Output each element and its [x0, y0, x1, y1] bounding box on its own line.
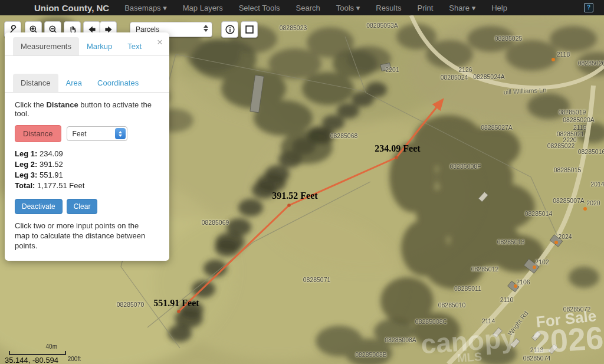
top-navbar: Union County, NC Basemaps ▾Map LayersSel… [0, 0, 604, 15]
parcel-label: 08285008C [415, 318, 447, 325]
info-icon [225, 24, 235, 35]
select-stepper-icon [115, 128, 126, 139]
total-result: Total: 1,177.51 Feet [15, 181, 159, 190]
parcel-label: 08285026 [578, 60, 604, 67]
scale-line [9, 351, 66, 355]
measure-subtab[interactable]: Area [58, 74, 90, 92]
unit-select-value: Feet [73, 130, 87, 138]
cursor-coordinates: 35.144, -80.594 [5, 356, 58, 364]
parcel-label: 08285007A [553, 197, 585, 204]
parcel-label: 08285019 [559, 109, 586, 116]
parcel-label: 08285020A [563, 116, 595, 123]
watermark-text: MLS [457, 350, 482, 364]
watermark-text: 2026 [531, 319, 604, 360]
parcel-label: 08285023 [280, 24, 307, 31]
parcel-label: 2201 [385, 66, 399, 73]
distance-label: 551.91 Feet [153, 298, 199, 309]
tool-instruction: Click the Distance button to activate th… [5, 93, 169, 120]
panel-footer-note: Click two or more input points on the ma… [5, 217, 159, 252]
panel-tab[interactable]: Text [120, 37, 149, 55]
leg-result: Leg 3: 551.91 [15, 170, 159, 179]
parcel-label: 08285069 [202, 219, 229, 226]
parcel-label: 08285071 [303, 276, 331, 283]
parcel-label: 08285008F [449, 163, 481, 170]
select-stepper-icon [203, 25, 208, 32]
parcel-label: 08285025 [495, 35, 523, 42]
measure-subtab[interactable]: Distance [13, 74, 58, 92]
measurement-results: Leg 1: 234.09Leg 2: 391.52Leg 3: 551.91 … [5, 145, 169, 193]
nav-menu-item[interactable]: Results [376, 4, 401, 12]
parcel-label: 08285016 [578, 148, 604, 155]
distance-button[interactable]: Distance [15, 125, 61, 142]
help-icon[interactable]: ? [584, 3, 593, 12]
parcel-label: 08285010 [438, 301, 466, 309]
parcel-label: 2014 [590, 181, 604, 188]
nav-menu-item[interactable]: Basemaps ▾ [124, 4, 167, 12]
parcel-label: 08285012 [471, 265, 499, 273]
parcel-label: 08285013 [497, 238, 525, 245]
parcel-label: 08285008B [355, 351, 387, 358]
measure-subtab[interactable]: Coordinates [90, 74, 146, 92]
nav-menu-item[interactable]: Print [418, 4, 434, 12]
parcel-label: 08285015 [554, 166, 582, 173]
parcel-label: 08285068 [330, 132, 358, 139]
unit-select[interactable]: Feet [67, 126, 127, 141]
parcel-label: 08285014 [525, 210, 553, 217]
info-button[interactable] [221, 21, 238, 38]
parcel-label: 08285070 [117, 301, 145, 308]
parcel-label: 08285053A [366, 22, 398, 29]
leg-result: Leg 1: 234.09 [15, 149, 159, 158]
nav-menu-item[interactable]: Help [491, 4, 507, 12]
scale-imperial-label: 200ft [68, 356, 81, 362]
app-title: Union County, NC [34, 3, 109, 13]
identify-button[interactable] [241, 21, 258, 38]
parcel-label: 2102 [535, 258, 549, 265]
scale-metric-label: 40m [46, 343, 57, 350]
parcel-label: 08285011 [454, 285, 481, 292]
clear-button[interactable]: Clear [67, 199, 98, 214]
deactivate-button[interactable]: Deactivate [15, 199, 63, 214]
leg-result: Leg 2: 391.52 [15, 160, 159, 169]
parcel-label: 2020 [586, 199, 600, 206]
nav-menu-item[interactable]: Map Layers [183, 4, 223, 12]
close-icon[interactable]: × [157, 37, 163, 47]
parcel-label: 2024 [558, 233, 572, 240]
parcel-label: 2126 [458, 66, 472, 73]
parcel-label: 08285022 [547, 142, 575, 149]
parcel-label: 2106 [516, 278, 530, 286]
distance-label: 391.52 Feet [272, 191, 317, 201]
nav-menu-item[interactable]: Share ▾ [449, 4, 475, 12]
parcel-label: 08285024A [473, 73, 505, 80]
parcel-label: 2110 [500, 296, 514, 303]
panel-tab[interactable]: Measurements [13, 37, 79, 55]
nav-menu-item[interactable]: Search [296, 4, 320, 12]
nav-menu-item[interactable]: Select Tools [239, 4, 280, 12]
nav-menu-item[interactable]: Tools ▾ [336, 4, 360, 12]
parcel-label: 08285008A [385, 336, 416, 343]
measurements-panel: × MeasurementsMarkupText DistanceAreaCoo… [5, 32, 169, 261]
parcel-label: 2118 [557, 51, 570, 58]
distance-label: 234.09 Feet [375, 143, 420, 154]
parcel-label: 08285024 [441, 74, 468, 81]
rectangle-select-icon [244, 24, 255, 35]
parcel-label: 08285027A [481, 124, 513, 131]
panel-tab[interactable]: Markup [79, 37, 120, 55]
